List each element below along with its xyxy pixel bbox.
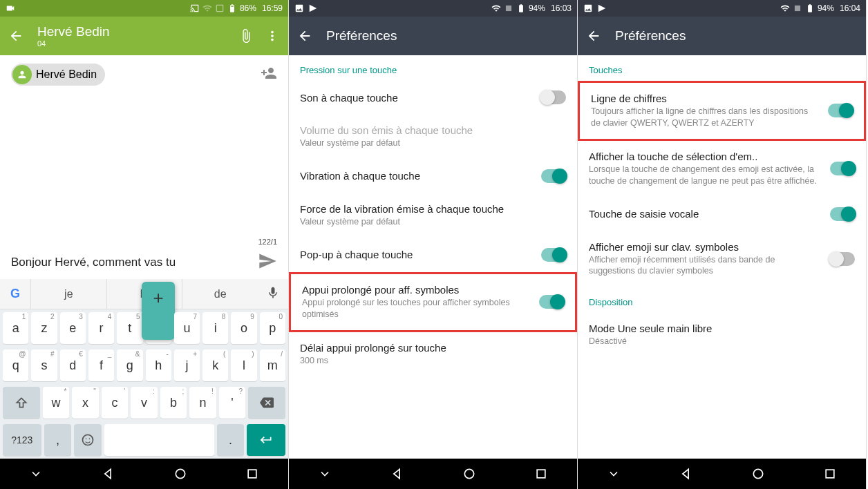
key-'[interactable]: '? xyxy=(219,387,245,419)
toggle-switch[interactable] xyxy=(541,248,566,262)
back-icon[interactable] xyxy=(586,28,601,44)
appbar: Hervé Bedin 04 xyxy=(0,17,288,55)
setting-item[interactable]: Afficher la touche de sélection d'em..Lo… xyxy=(578,141,866,198)
setting-item[interactable]: Pop-up à chaque touche xyxy=(289,238,577,272)
toggle-switch[interactable] xyxy=(830,162,855,175)
nav-home-icon[interactable] xyxy=(173,467,187,481)
key-m[interactable]: m/ xyxy=(260,349,285,381)
phone-prefs-1: 94% 16:03 Préférences Pression sur une t… xyxy=(289,0,578,489)
emoji-key[interactable] xyxy=(74,424,102,456)
key-w[interactable]: w* xyxy=(43,387,69,419)
suggestion-3[interactable]: de xyxy=(182,279,258,309)
cast-icon xyxy=(190,3,200,13)
key-b[interactable]: b; xyxy=(160,387,187,419)
setting-item[interactable]: Ligne de chiffresToujours afficher la li… xyxy=(578,81,866,141)
key-f[interactable]: f_ xyxy=(88,349,114,381)
keyboard: G je le de a1z2e3r4t5y6+u7i8o9p0 q@s#d€f… xyxy=(0,279,288,459)
key-d[interactable]: d€ xyxy=(60,349,86,381)
toggle-switch[interactable] xyxy=(541,90,566,104)
toggle-switch[interactable] xyxy=(830,252,855,266)
key-hint: 4 xyxy=(108,313,112,320)
setting-item[interactable]: Afficher emoji sur clav. symbolesAffiche… xyxy=(578,231,866,288)
google-icon[interactable]: G xyxy=(0,287,30,301)
nav-bar xyxy=(289,459,577,489)
char-counter: 122/1 xyxy=(0,238,288,246)
key-e[interactable]: e3 xyxy=(60,312,86,344)
message-input[interactable]: Bonjour Hervé, comment vas tu xyxy=(11,256,252,269)
comma-key[interactable]: , xyxy=(44,424,72,456)
setting-item[interactable]: Appui prolongé pour aff. symbolesAppui p… xyxy=(289,272,577,332)
key-n[interactable]: n! xyxy=(189,387,216,419)
key-r[interactable]: r4 xyxy=(88,312,114,344)
nav-home-icon[interactable] xyxy=(462,467,476,481)
setting-label: Touche de saisie vocale xyxy=(589,208,822,220)
back-icon[interactable] xyxy=(8,28,23,44)
key-i[interactable]: i8 xyxy=(202,312,228,344)
setting-item[interactable]: Vibration à chaque touche xyxy=(289,160,577,193)
nav-recent-icon[interactable] xyxy=(534,467,548,481)
back-icon[interactable] xyxy=(297,28,312,44)
key-hint: 2 xyxy=(50,313,55,320)
key-h[interactable]: h- xyxy=(146,349,171,381)
key-k[interactable]: k( xyxy=(202,349,228,381)
nav-recent-icon[interactable] xyxy=(245,467,259,481)
nav-down-icon[interactable] xyxy=(607,467,621,481)
clock: 16:04 xyxy=(840,3,860,13)
recipient-chip[interactable]: Hervé Bedin xyxy=(11,64,105,86)
setting-item[interactable]: Force de la vibration émise à chaque tou… xyxy=(289,193,577,238)
send-button[interactable] xyxy=(258,251,277,274)
period-key[interactable]: . xyxy=(217,424,245,456)
key-o[interactable]: o9 xyxy=(231,312,256,344)
key-hint: : xyxy=(153,387,155,395)
svg-point-5 xyxy=(464,469,473,478)
key-j[interactable]: j+ xyxy=(174,349,200,381)
toggle-switch[interactable] xyxy=(541,169,566,183)
key-g[interactable]: g& xyxy=(117,349,142,381)
key-v[interactable]: v: xyxy=(131,387,157,419)
key-s[interactable]: s# xyxy=(31,349,57,381)
status-bar: 94% 16:03 xyxy=(289,0,577,17)
shift-key[interactable] xyxy=(3,387,40,419)
toggle-switch[interactable] xyxy=(539,295,564,309)
toggle-switch[interactable] xyxy=(828,104,853,117)
svg-point-0 xyxy=(83,435,93,445)
key-a[interactable]: a1 xyxy=(3,312,28,344)
key-hint: ? xyxy=(239,387,243,395)
key-z[interactable]: z2 xyxy=(31,312,57,344)
nav-back-icon[interactable] xyxy=(390,467,404,481)
attach-icon[interactable] xyxy=(238,28,254,44)
contact-sub: 04 xyxy=(37,39,225,48)
setting-item[interactable]: Son à chaque touche xyxy=(289,81,577,115)
key-c[interactable]: c' xyxy=(102,387,128,419)
nav-back-icon[interactable] xyxy=(101,467,115,481)
key-u[interactable]: u7 xyxy=(174,312,200,344)
add-recipient-button[interactable] xyxy=(261,65,277,84)
nav-back-icon[interactable] xyxy=(679,467,692,481)
key-t[interactable]: t5 xyxy=(117,312,142,344)
suggestion-1[interactable]: je xyxy=(30,279,106,309)
key-y[interactable]: y6+ xyxy=(146,312,171,344)
overflow-icon[interactable] xyxy=(265,28,280,44)
nav-recent-icon[interactable] xyxy=(823,467,837,481)
toggle-switch[interactable] xyxy=(830,207,855,221)
key-p[interactable]: p0 xyxy=(260,312,285,344)
setting-item[interactable]: Délai appui prolongé sur touche300 ms xyxy=(289,332,577,377)
backspace-key[interactable] xyxy=(248,387,285,419)
key-x[interactable]: x" xyxy=(72,387,98,419)
appbar: Préférences xyxy=(289,17,577,55)
setting-item[interactable]: Touche de saisie vocale xyxy=(578,198,866,231)
contact-name: Hervé Bedin xyxy=(37,24,110,39)
appbar-title: Préférences xyxy=(615,28,858,44)
nav-down-icon[interactable] xyxy=(318,467,332,481)
nav-home-icon[interactable] xyxy=(751,467,765,481)
key-q[interactable]: q@ xyxy=(3,349,28,381)
setting-item[interactable]: Mode Une seule main libreDésactivé xyxy=(578,313,866,358)
setting-item[interactable]: Volume du son émis à chaque toucheValeur… xyxy=(289,115,577,160)
mic-icon[interactable] xyxy=(258,286,288,303)
space-key[interactable] xyxy=(104,424,214,456)
enter-key[interactable] xyxy=(247,424,285,456)
play-icon xyxy=(308,3,318,13)
symbols-key[interactable]: ?123 xyxy=(3,424,41,456)
key-l[interactable]: l) xyxy=(231,349,256,381)
nav-down-icon[interactable] xyxy=(29,467,43,481)
